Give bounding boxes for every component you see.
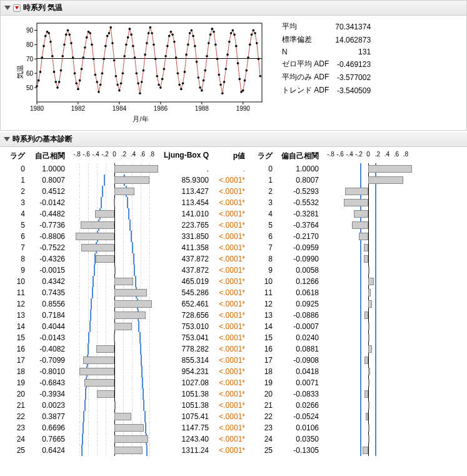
acf-cell: -0.4482 <box>29 208 68 220</box>
diagnostics-header[interactable]: 時系列の基本診断 <box>0 132 467 147</box>
pacf-cell: -0.0990 <box>276 253 321 265</box>
correlation-bar <box>68 433 161 445</box>
svg-point-27 <box>41 56 43 59</box>
axis-tick: -.4 <box>346 151 353 158</box>
ljungbox-cell: 778.282 <box>161 343 211 355</box>
svg-point-77 <box>127 36 129 39</box>
stats-row: ゼロ平均 ADF-0.469123 <box>282 58 376 70</box>
lag-cell: 18 <box>6 366 29 377</box>
svg-point-70 <box>115 75 118 78</box>
svg-point-131 <box>219 84 222 86</box>
lag2-cell: 11 <box>254 287 276 298</box>
pvalue-cell: <.0001* <box>211 265 248 276</box>
svg-point-78 <box>129 28 131 30</box>
lag-cell: 5 <box>6 220 29 231</box>
svg-text:1990: 1990 <box>236 105 251 112</box>
diag-row: 140.4044753.010<.0001*14-0.0007 <box>6 321 461 332</box>
svg-point-56 <box>91 44 93 46</box>
lag2-cell: 7 <box>254 242 276 253</box>
lag2-cell: 19 <box>254 377 276 388</box>
pvalue-cell: <.0001* <box>211 175 248 186</box>
svg-point-151 <box>254 32 256 34</box>
stats-label: トレンド ADF <box>282 84 334 96</box>
lag2-cell: 21 <box>254 400 276 411</box>
correlation-bar <box>321 355 415 366</box>
axis-tick: .4 <box>131 151 136 158</box>
svg-point-141 <box>237 62 239 64</box>
lag2-cell: 0 <box>254 163 276 175</box>
svg-text:90: 90 <box>26 27 34 34</box>
main-section: 時系列 気温 気温 506070809019801982198419861988… <box>0 0 467 131</box>
correlation-bar <box>321 197 415 208</box>
svg-point-72 <box>118 89 121 92</box>
svg-point-135 <box>226 54 229 56</box>
correlation-bar <box>321 265 415 276</box>
svg-point-136 <box>228 41 231 43</box>
ljungbox-cell: 954.231 <box>161 366 211 377</box>
correlation-bar <box>68 186 161 197</box>
correlation-bar <box>68 175 161 186</box>
pacf-cell: 0.0058 <box>276 265 321 276</box>
diag-row: 4-0.4482141.010<.0001*4-0.3281 <box>6 208 461 220</box>
lag-cell: 14 <box>6 321 29 332</box>
acf-cell: -0.6843 <box>29 377 68 388</box>
stats-label: N <box>282 47 334 57</box>
acf-bar-cell <box>68 175 161 186</box>
acf-bar-cell <box>68 400 161 411</box>
ljungbox-cell: 1051.38 <box>161 400 211 411</box>
col-header-p: p値 <box>211 151 248 161</box>
svg-point-152 <box>256 42 258 44</box>
pacf-cell: 1.0000 <box>276 163 321 175</box>
svg-point-100 <box>166 45 169 48</box>
lag2-cell: 12 <box>254 298 276 310</box>
lag2-cell: 2 <box>254 186 276 197</box>
disclosure-icon[interactable] <box>4 6 11 10</box>
col-header-pacf-chart: -.8-.6-.4-.20.2.4.6.8 <box>321 151 415 161</box>
main-section-header[interactable]: 時系列 気温 <box>1 1 466 16</box>
correlation-bar <box>68 163 161 175</box>
pvalue-cell: <.0001* <box>211 321 248 332</box>
diag-row: 20-0.39341051.38<.0001*20-0.0833 <box>6 388 461 400</box>
diagnostics-body: ラグ 自己相関 -.8-.6-.4-.20.2.4.6.8 Ljung-Box … <box>0 147 467 460</box>
axis-tick: .6 <box>140 151 145 158</box>
svg-point-66 <box>108 32 111 34</box>
ljungbox-cell: 753.041 <box>161 332 211 343</box>
svg-point-139 <box>233 34 236 36</box>
ljungbox-cell: 1147.75 <box>161 422 211 433</box>
stats-value: 14.062873 <box>335 34 376 46</box>
lag-cell: 20 <box>6 388 29 400</box>
red-triangle-menu[interactable] <box>13 4 21 12</box>
pacf-cell: -0.0524 <box>276 411 321 422</box>
axis-tick: -.4 <box>92 151 99 158</box>
acf-cell: -0.7522 <box>29 242 68 253</box>
acf-bar-cell <box>68 253 161 265</box>
svg-point-124 <box>208 42 210 44</box>
svg-point-130 <box>218 74 220 76</box>
disclosure-icon[interactable] <box>4 137 10 141</box>
pacf-cell: -0.5293 <box>276 186 321 197</box>
diag-row: 250.64241311.24<.0001*25-0.1305 <box>6 445 461 456</box>
svg-point-58 <box>94 74 97 76</box>
svg-rect-0 <box>37 23 262 102</box>
correlation-bar <box>68 400 161 411</box>
svg-point-86 <box>143 69 145 72</box>
acf-cell: -0.0143 <box>29 332 68 343</box>
svg-point-107 <box>178 84 181 86</box>
axis-tick: .2 <box>121 151 126 158</box>
acf-bar-cell <box>68 355 161 366</box>
svg-point-115 <box>192 35 194 38</box>
pacf-cell: -0.3281 <box>276 208 321 220</box>
time-series-chart[interactable]: 気温 5060708090198019821984198619881990 月/… <box>16 19 266 124</box>
correlation-bar <box>68 388 161 400</box>
svg-point-46 <box>74 72 76 74</box>
correlation-bar <box>68 310 161 321</box>
lag-cell: 7 <box>6 242 29 253</box>
pacf-cell: -0.2170 <box>276 231 321 242</box>
ljungbox-cell: 1027.08 <box>161 377 211 388</box>
stats-value: 70.341374 <box>335 21 376 33</box>
svg-point-42 <box>67 29 69 32</box>
acf-cell: 0.4342 <box>29 276 68 287</box>
lag-cell: 9 <box>6 265 29 276</box>
pvalue-cell: . <box>211 163 248 175</box>
svg-point-154 <box>259 75 261 78</box>
